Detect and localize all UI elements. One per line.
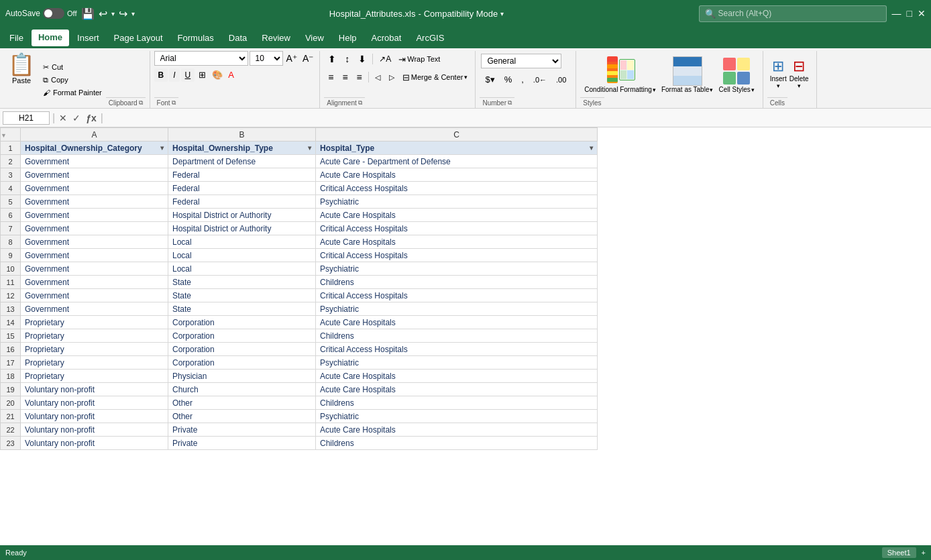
row-header-8[interactable]: 8: [1, 235, 21, 249]
number-expand-icon[interactable]: ⧉: [508, 99, 512, 107]
number-format-select[interactable]: General: [481, 54, 561, 68]
undo-dropdown-icon[interactable]: ▾: [111, 10, 115, 17]
cell-b5[interactable]: Federal: [168, 195, 316, 209]
cell-a7[interactable]: Government: [21, 222, 168, 235]
cell-b16[interactable]: Corporation: [168, 343, 316, 356]
font-color-button[interactable]: A: [226, 68, 236, 81]
cell-a19[interactable]: Voluntary non-profit: [21, 383, 168, 396]
row-header-7[interactable]: 7: [1, 222, 21, 235]
insert-button[interactable]: ⊞ Insert ▾: [770, 58, 787, 89]
col-header-a[interactable]: A: [21, 128, 168, 142]
increase-indent-button[interactable]: ▷: [385, 70, 398, 85]
header-cell-c1[interactable]: Hospital_Type ▾: [316, 142, 598, 155]
cell-b2[interactable]: Department of Defense: [168, 155, 316, 168]
row-header-13[interactable]: 13: [1, 302, 21, 316]
cell-c11[interactable]: Childrens: [316, 276, 598, 289]
cell-a8[interactable]: Government: [21, 235, 168, 249]
font-family-select[interactable]: Arial: [154, 51, 248, 66]
confirm-formula-icon[interactable]: ✓: [71, 111, 82, 125]
copy-button[interactable]: ⧉ Copy: [40, 74, 105, 86]
align-left-button[interactable]: ≡: [324, 69, 337, 85]
cell-b10[interactable]: Local: [168, 262, 316, 276]
clipboard-expand-icon[interactable]: ⧉: [139, 99, 143, 107]
redo-icon[interactable]: ↪: [119, 7, 127, 20]
autosave-toggle[interactable]: [43, 8, 64, 19]
minimize-icon[interactable]: —: [892, 8, 901, 19]
cell-b6[interactable]: Hospital District or Authority: [168, 209, 316, 222]
menu-item-arcgis[interactable]: ArcGIS: [409, 30, 451, 46]
search-box[interactable]: 🔍: [699, 5, 887, 22]
cell-c10[interactable]: Psychiatric: [316, 262, 598, 276]
cut-button[interactable]: ✂ Cut: [40, 62, 105, 73]
cell-a15[interactable]: Proprietary: [21, 329, 168, 343]
delete-dropdown[interactable]: ▾: [798, 82, 801, 89]
cell-c13[interactable]: Psychiatric: [316, 302, 598, 316]
text-direction-button[interactable]: ↗A: [375, 52, 395, 66]
row-header-5[interactable]: 5: [1, 195, 21, 209]
alignment-expand-icon[interactable]: ⧉: [358, 99, 362, 107]
cell-b21[interactable]: Other: [168, 410, 316, 423]
fat-dropdown-icon[interactable]: ▾: [710, 87, 713, 93]
cell-c8[interactable]: Acute Care Hospitals: [316, 235, 598, 249]
merge-center-button[interactable]: ⊟ Merge & Center ▾: [399, 70, 472, 85]
cancel-formula-icon[interactable]: ✕: [58, 111, 68, 125]
italic-button[interactable]: I: [169, 68, 179, 82]
row-header-1[interactable]: 1: [1, 142, 21, 155]
save-icon[interactable]: 💾: [81, 7, 95, 20]
merge-dropdown-icon[interactable]: ▾: [464, 74, 468, 80]
cell-b12[interactable]: State: [168, 289, 316, 302]
cell-a12[interactable]: Government: [21, 289, 168, 302]
row-header-21[interactable]: 21: [1, 410, 21, 423]
align-center-button[interactable]: ≡: [338, 69, 351, 85]
cs-dropdown-icon[interactable]: ▾: [751, 87, 755, 93]
font-expand-icon[interactable]: ⧉: [172, 99, 176, 107]
cell-c4[interactable]: Critical Access Hospitals: [316, 182, 598, 195]
cell-b11[interactable]: State: [168, 276, 316, 289]
cell-a4[interactable]: Government: [21, 182, 168, 195]
cell-a10[interactable]: Government: [21, 262, 168, 276]
cell-b7[interactable]: Hospital District or Authority: [168, 222, 316, 235]
insert-function-icon[interactable]: ƒx: [85, 111, 98, 125]
cell-c6[interactable]: Acute Care Hospitals: [316, 209, 598, 222]
row-header-18[interactable]: 18: [1, 370, 21, 383]
menu-item-data[interactable]: Data: [222, 30, 254, 46]
decrease-decimal-button[interactable]: .0←: [529, 74, 551, 86]
cell-a23[interactable]: Voluntary non-profit: [21, 437, 168, 450]
sheet-scroll[interactable]: ▼ A B C 1 Hospital_Ownership_Category ▾: [0, 127, 931, 545]
cell-b23[interactable]: Private: [168, 437, 316, 450]
bold-button[interactable]: B: [154, 68, 168, 82]
cell-a2[interactable]: Government: [21, 155, 168, 168]
cell-a22[interactable]: Voluntary non-profit: [21, 423, 168, 437]
format-painter-button[interactable]: 🖌 Format Painter: [40, 87, 105, 98]
autosave-badge[interactable]: AutoSave Off: [5, 8, 77, 19]
menu-item-file[interactable]: File: [3, 30, 30, 46]
cell-c14[interactable]: Acute Care Hospitals: [316, 316, 598, 329]
cell-b13[interactable]: State: [168, 302, 316, 316]
menu-item-help[interactable]: Help: [332, 30, 364, 46]
row-header-4[interactable]: 4: [1, 182, 21, 195]
currency-button[interactable]: $▾: [481, 72, 498, 87]
format-as-table-button[interactable]: Format as Table ▾: [660, 55, 715, 95]
cell-b3[interactable]: Federal: [168, 168, 316, 182]
menu-item-page-layout[interactable]: Page Layout: [107, 30, 170, 46]
menu-item-insert[interactable]: Insert: [70, 30, 106, 46]
header-cell-b1[interactable]: Hospital_Ownership_Type ▾: [168, 142, 316, 155]
cell-a18[interactable]: Proprietary: [21, 370, 168, 383]
formula-input[interactable]: [106, 113, 928, 123]
cell-c17[interactable]: Psychiatric: [316, 356, 598, 370]
row-header-6[interactable]: 6: [1, 209, 21, 222]
delete-button[interactable]: ⊟ Delete ▾: [789, 58, 809, 89]
cell-c21[interactable]: Psychiatric: [316, 410, 598, 423]
search-input[interactable]: [718, 9, 866, 18]
comma-button[interactable]: ,: [517, 72, 528, 87]
cell-reference-box[interactable]: [3, 111, 50, 125]
row-header-22[interactable]: 22: [1, 423, 21, 437]
maximize-icon[interactable]: □: [907, 8, 912, 19]
row-header-11[interactable]: 11: [1, 276, 21, 289]
menu-item-formulas[interactable]: Formulas: [171, 30, 221, 46]
increase-font-button[interactable]: A⁺: [284, 52, 299, 65]
cell-c2[interactable]: Acute Care - Department of Defense: [316, 155, 598, 168]
cell-a11[interactable]: Government: [21, 276, 168, 289]
cell-b22[interactable]: Private: [168, 423, 316, 437]
menu-item-view[interactable]: View: [298, 30, 331, 46]
